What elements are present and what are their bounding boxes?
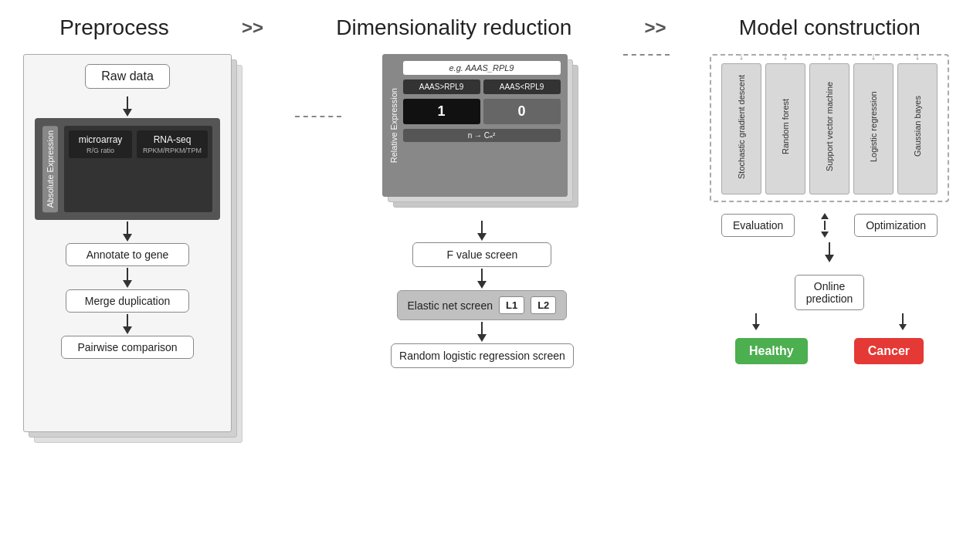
gene-compare-row: AAAS>RPL9 AAAS<RPL9	[403, 79, 561, 94]
gene-formula: n → Cₙ²	[403, 129, 561, 142]
classifier-sgd: ↓ Stochastic gradient descent	[721, 63, 761, 194]
model-header: Model construction	[739, 15, 921, 40]
arrow1: >>	[242, 17, 263, 39]
opt-box: Optimization	[854, 214, 938, 237]
outcome-row: Healthy Cancer	[735, 338, 924, 364]
cancer-box: Cancer	[854, 338, 924, 364]
model-title: Model construction	[739, 15, 921, 40]
dark-panel: Absolute Expression microarray R/G ratio…	[35, 118, 220, 220]
abs-expr-label: Absolute Expression	[42, 126, 58, 212]
arrow-to-online	[825, 242, 834, 262]
value1: 1	[403, 99, 480, 124]
fvalue-box: F value screen	[412, 242, 551, 267]
raw-data-box: Raw data	[85, 64, 170, 89]
model-section: ↓ Stochastic gradient descent ↓ Random f…	[702, 54, 957, 364]
arrow-cancer	[899, 313, 907, 330]
classifiers-dashed-box: ↓ Stochastic gradient descent ↓ Random f…	[710, 54, 949, 202]
main-container: Preprocess >> Dimensionality reduction >…	[0, 0, 980, 551]
classifier-rf: ↓ Random forest	[765, 63, 805, 194]
dimred-flow: F value screen Elastic net screen L1 L2 …	[391, 219, 574, 368]
rnaseq-btn: RNA-seq RPKM/RPKM/TPM	[137, 130, 208, 158]
rf-label: Random forest	[781, 64, 790, 189]
l1-badge: L1	[499, 296, 524, 314]
gene-example: e.g. AAAS_RPL9	[403, 61, 561, 75]
btn-row: microarray R/G ratio RNA-seq RPKM/RPKM/T…	[69, 130, 208, 158]
dimred-title: Dimensionality reduction	[336, 15, 571, 40]
value0: 0	[483, 99, 561, 124]
l2-badge: L2	[531, 296, 556, 314]
header-row: Preprocess >> Dimensionality reduction >…	[23, 15, 957, 40]
content-row: Raw data Absolute Expression microarray …	[23, 54, 957, 536]
model-classifiers: ↓ Stochastic gradient descent ↓ Random f…	[717, 63, 941, 194]
arrow-down-1	[123, 96, 132, 117]
eval-opt-row: Evaluation Optimization	[721, 213, 938, 238]
gene-card-content: e.g. AAAS_RPL9 AAAS>RPL9 AAAS<RPL9 1 0 n…	[403, 61, 561, 190]
healthy-box: Healthy	[735, 338, 808, 364]
pairwise-box: Pairwise comparison	[61, 336, 193, 359]
online-pred-line1: Online	[806, 280, 853, 292]
arrow2: >>	[645, 17, 666, 39]
gene-card-front: Relative Expression e.g. AAAS_RPL9 AAAS>…	[382, 54, 568, 197]
dark-inner: microarray R/G ratio RNA-seq RPKM/RPKM/T…	[64, 126, 212, 212]
rnaseq-sub: RPKM/RPKM/TPM	[143, 147, 202, 154]
dimred-header: Dimensionality reduction	[336, 15, 571, 40]
dimred-section: Relative Expression e.g. AAAS_RPL9 AAAS>…	[375, 54, 591, 368]
online-pred-box: Online prediction	[795, 275, 865, 310]
bidir-arrows	[821, 213, 829, 238]
connector-pre-dim	[299, 54, 337, 117]
merge-box: Merge duplication	[66, 289, 189, 313]
random-box: Random logistic regression screen	[391, 343, 574, 368]
arrow-down-3	[123, 268, 132, 288]
card-front: Raw data Absolute Expression microarray …	[23, 54, 232, 432]
rel-expr-label: Relative Expression	[389, 88, 398, 163]
connector-dim-model	[627, 54, 666, 94]
outcome-arrows	[752, 313, 907, 330]
online-pred-line2: prediction	[806, 292, 853, 305]
eval-box: Evaluation	[721, 214, 795, 237]
preprocess-header: Preprocess	[59, 15, 169, 40]
compare2: AAAS<RPL9	[483, 79, 561, 94]
compare1: AAAS>RPL9	[403, 79, 480, 94]
classifier-lr: ↓ Logistic regression	[853, 63, 894, 194]
lr-label: Logistic regression	[869, 64, 878, 189]
arrow-random	[477, 322, 487, 342]
gene-cards-wrapper: Relative Expression e.g. AAAS_RPL9 AAAS>…	[382, 54, 583, 216]
annotate-box: Annotate to gene	[66, 243, 189, 266]
gene-value-row: 1 0	[403, 99, 561, 124]
arrow-healthy	[752, 313, 760, 330]
random-label: Random logistic regression screen	[399, 350, 565, 362]
microarray-btn: microarray R/G ratio	[69, 130, 132, 158]
preprocess-section: Raw data Absolute Expression microarray …	[23, 54, 263, 432]
arrow-elastic	[477, 269, 487, 289]
stacked-cards: Raw data Absolute Expression microarray …	[23, 54, 239, 432]
preprocess-title: Preprocess	[59, 15, 169, 40]
gnb-label: Gaussian bayes	[913, 64, 922, 189]
microarray-sub: R/G ratio	[75, 147, 126, 154]
classifier-gnb: ↓ Gaussian bayes	[897, 63, 938, 194]
arrow-down-4	[123, 314, 132, 334]
elastic-label: Elastic net screen	[407, 299, 493, 312]
arrow-down-2	[123, 221, 132, 242]
classifier-svm: ↓ Support vector machine	[809, 63, 849, 194]
elastic-box: Elastic net screen L1 L2	[397, 290, 567, 320]
arrow-fval	[477, 221, 487, 241]
svm-label: Support vector machine	[825, 64, 834, 189]
sgd-label: Stochastic gradient descent	[737, 64, 746, 189]
